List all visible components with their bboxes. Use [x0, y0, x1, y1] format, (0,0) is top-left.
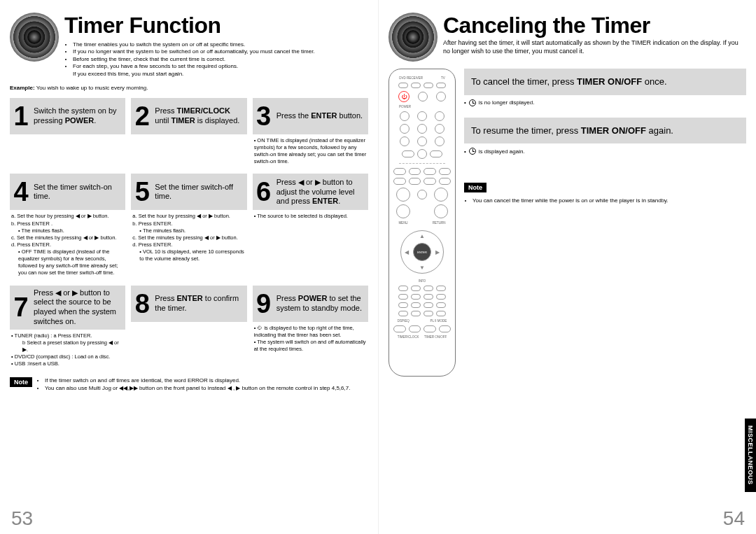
step-text: Set the timer switch-off time.: [155, 183, 242, 202]
cancel-instruction-box: To cancel the timer, press TIMER ON/OFF …: [464, 69, 746, 95]
page-right: Canceling the Timer After having set the…: [378, 0, 756, 534]
intro-item: Before setting the timer, check that the…: [73, 56, 368, 63]
step-number: 5: [132, 178, 155, 205]
step-8: 8 Press ENTER to confirm the timer.: [131, 286, 246, 372]
page-title-left: Timer Function: [64, 13, 368, 38]
intro-item: If you no longer want the system to be s…: [73, 48, 368, 55]
cancel-status-line: • is no longer displayed.: [464, 99, 746, 106]
example-label: Example:: [10, 85, 35, 91]
remote-dpad: ▲ ▼ ◀ ▶ ENTER: [400, 230, 444, 274]
remote-btn: [436, 83, 446, 88]
page-left: Timer Function The timer enables you to …: [0, 0, 378, 534]
speaker-icon: [10, 13, 59, 62]
step-body: • ON TIME is displayed (instead of the e…: [253, 134, 368, 170]
step-body: a. Set the hour by pressing ◀ or ▶ butto…: [10, 210, 125, 281]
page-title-right: Canceling the Timer: [443, 13, 746, 38]
step-number: 4: [11, 178, 34, 205]
step-text: Set the timer switch-on time.: [34, 183, 121, 202]
remote-btn: [424, 83, 433, 88]
step-text: Press the ENTER button.: [276, 111, 364, 121]
steps-grid: 1 Switch the system on by pressing POWER…: [10, 98, 368, 372]
step-4: 4 Set the timer switch-on time. a. Set t…: [10, 174, 125, 281]
remote-btn: [418, 92, 428, 101]
intro-sub: If you exceed this time, you must start …: [73, 71, 368, 78]
step-text: Press ◀ or ▶ button to adjust the volume…: [276, 178, 364, 206]
step-body: • ⏲ is displayed to the top right of the…: [253, 322, 368, 358]
step-7: 7 Press ◀ or ▶ button to select the sour…: [10, 286, 125, 372]
step-number: 7: [11, 294, 34, 321]
step-9: 9 Press POWER to set the system to stand…: [253, 286, 368, 372]
step-text: Press ◀ or ▶ button to select the source…: [34, 288, 121, 327]
step-number: 6: [254, 178, 276, 205]
remote-ch-up: [434, 188, 448, 202]
step-text: Press ENTER to confirm the timer.: [155, 294, 242, 314]
note-item: If the timer switch on and off times are…: [45, 377, 368, 385]
step-number: 8: [132, 290, 155, 317]
page-number-right: 54: [723, 507, 745, 530]
step-body: • The source to be selected is displayed…: [253, 210, 368, 224]
intro-item: For each step, you have a few seconds to…: [73, 63, 368, 70]
step-3: 3 Press the ENTER button. • ON TIME is d…: [253, 98, 368, 170]
step-number: 3: [254, 103, 276, 129]
step-number: 1: [11, 103, 34, 129]
chevron-right-icon: ▶: [435, 249, 440, 255]
step-body: • TUNER (radio) : a Press ENTER. b Selec…: [10, 330, 125, 372]
right-intro: After having set the timer, it will star…: [443, 38, 746, 55]
intro-item: The timer enables you to switch the syst…: [73, 41, 368, 48]
remote-power-button: ⏻: [398, 91, 410, 102]
step-6: 6 Press ◀ or ▶ button to adjust the volu…: [253, 174, 368, 281]
remote-ch-down: [434, 204, 448, 218]
note-item: You can also use Multi Jog or ◀◀,▶▶ butt…: [45, 385, 368, 393]
resume-status-line: • is displayed again.: [464, 148, 746, 155]
note-row-left: Note If the timer switch on and off time…: [10, 377, 368, 393]
page-number-left: 53: [11, 507, 33, 530]
note-chip: Note: [10, 377, 32, 387]
remote-mute: [417, 190, 427, 199]
step-text: Press TIMER/CLOCK until TIMER is display…: [155, 106, 242, 126]
step-5: 5 Set the timer switch-off time. a. Set …: [131, 174, 246, 281]
step-body: a. Set the hour by pressing ◀ or ▶ butto…: [131, 210, 246, 267]
remote-numpad: [398, 111, 447, 146]
side-tab-miscellaneous: MISCELLANEOUS: [745, 419, 756, 492]
clock-icon: [469, 148, 476, 155]
intro-list: The timer enables you to switch the syst…: [64, 41, 368, 71]
speaker-icon: [388, 13, 438, 62]
step-1: 1 Switch the system on by pressing POWER…: [10, 98, 125, 170]
remote-vol-down: [396, 204, 410, 218]
note-content: If the timer switch on and off times are…: [38, 377, 368, 393]
chevron-left-icon: ◀: [405, 249, 409, 255]
remote-vol-up: [396, 188, 410, 202]
remote-control-illustration: DVD RECEIVER TV ⏻ POWER: [388, 69, 456, 377]
right-note-list: You can cancel the timer while the power…: [464, 197, 746, 204]
note-chip: Note: [464, 183, 486, 192]
remote-btn: [436, 92, 446, 101]
header-left: Timer Function The timer enables you to …: [10, 13, 368, 78]
remote-btn: [398, 83, 408, 88]
step-number: 9: [254, 290, 276, 317]
step-text: Press POWER to set the system to standby…: [276, 294, 364, 314]
resume-instruction-box: To resume the timer, press TIMER ON/OFF …: [464, 118, 746, 144]
remote-enter-button: ENTER: [413, 243, 431, 261]
step-number: 2: [132, 103, 155, 129]
clock-icon: [469, 99, 476, 106]
chevron-down-icon: ▼: [419, 265, 425, 271]
example-text: You wish to wake up to music every morni…: [36, 85, 148, 91]
note-item: You can cancel the timer while the power…: [472, 197, 746, 204]
step-2: 2 Press TIMER/CLOCK until TIMER is displ…: [131, 98, 246, 170]
chevron-up-icon: ▲: [419, 233, 425, 239]
example-line: Example: You wish to wake up to music ev…: [10, 85, 368, 91]
header-right: Canceling the Timer After having set the…: [388, 13, 746, 62]
step-text: Switch the system on by pressing POWER.: [34, 106, 121, 126]
remote-btn: [411, 83, 421, 88]
